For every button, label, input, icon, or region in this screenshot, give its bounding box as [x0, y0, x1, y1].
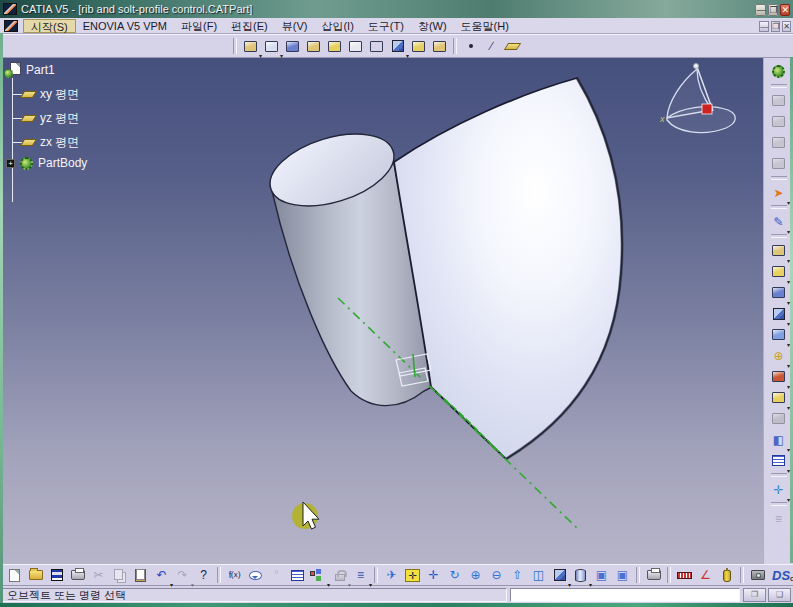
doc-minimize-button[interactable]: — — [759, 21, 769, 32]
design-table-icon[interactable] — [287, 566, 308, 585]
knowledge-icon[interactable]: ° — [266, 566, 287, 585]
pad-icon[interactable]: ▾ — [240, 37, 261, 56]
print-icon[interactable] — [67, 566, 88, 585]
multi-pad-icon[interactable] — [282, 37, 303, 56]
undo-icon[interactable]: ↶▾ — [151, 566, 172, 585]
menu-view[interactable]: 뷰(V) — [275, 19, 315, 33]
point-icon[interactable] — [460, 37, 481, 56]
menu-help[interactable]: 도움말(H) — [454, 19, 516, 33]
loft-icon[interactable]: ▾ — [387, 37, 408, 56]
swept-surface[interactable] — [394, 78, 622, 459]
disabled-tool-icon-4[interactable] — [768, 153, 789, 174]
cut-icon[interactable]: ✂ — [88, 566, 109, 585]
menu-start[interactable]: 시작(S) — [23, 19, 76, 33]
constraint-icon[interactable]: ≡ — [768, 508, 789, 529]
doc-restore-button[interactable]: ❐ — [771, 21, 780, 32]
inertia-icon[interactable] — [716, 566, 737, 585]
mirror-icon[interactable]: ◧▾ — [768, 429, 789, 450]
shaft-icon[interactable] — [303, 37, 324, 56]
doc-close-button[interactable]: ✕ — [782, 21, 791, 32]
tree-item-yz-plane-label[interactable]: yz 평면 — [40, 110, 79, 127]
surface-tool-icon[interactable]: ▾ — [768, 387, 789, 408]
rotate-icon[interactable]: ↻ — [444, 566, 465, 585]
flyout-arrow-icon[interactable]: ▾ — [369, 581, 372, 588]
paste-icon[interactable] — [130, 566, 151, 585]
product-tree-icon[interactable]: ▾ — [308, 566, 329, 585]
sketcher-icon[interactable]: ✎▾ — [768, 211, 789, 232]
multi-view-icon[interactable]: ◫ — [528, 566, 549, 585]
rules-icon[interactable]: ≡▾ — [350, 566, 371, 585]
minimize-button[interactable]: — — [755, 4, 766, 16]
plane-icon[interactable] — [502, 37, 523, 56]
tree-item-xy-plane-label[interactable]: xy 평면 — [40, 86, 79, 103]
groove-tool-icon[interactable]: ▾ — [768, 282, 789, 303]
capture-icon[interactable] — [747, 566, 768, 585]
stiffener-icon[interactable] — [408, 37, 429, 56]
menu-window[interactable]: 창(W) — [411, 19, 454, 33]
view-compass[interactable]: x — [659, 64, 735, 133]
measure-item-icon[interactable]: ∠ — [695, 566, 716, 585]
status-mini-button-1[interactable]: ❐ — [743, 588, 766, 602]
update-icon[interactable] — [768, 61, 789, 82]
normal-view-icon[interactable]: ⇧ — [507, 566, 528, 585]
redo-icon[interactable]: ↷▾ — [172, 566, 193, 585]
tree-item-xy-plane[interactable]: xy 평면 — [22, 86, 79, 103]
slot-icon[interactable] — [366, 37, 387, 56]
disabled-tool-icon-1[interactable] — [768, 90, 789, 111]
new-file-icon[interactable] — [4, 566, 25, 585]
whats-this-icon[interactable]: ? — [193, 566, 214, 585]
shaft-tool-icon[interactable]: ▾ — [768, 261, 789, 282]
loft-tool-icon[interactable]: ▾ — [768, 303, 789, 324]
render-style-icon[interactable]: ▾ — [570, 566, 591, 585]
pocket-icon[interactable]: ▾ — [261, 37, 282, 56]
open-folder-icon[interactable] — [25, 566, 46, 585]
hole-tool-icon[interactable]: ⊕▾ — [768, 345, 789, 366]
tree-expander-icon[interactable]: + — [6, 159, 15, 168]
named-view-icon-2[interactable]: ▣ — [612, 566, 633, 585]
named-view-icon-1[interactable]: ▣ — [591, 566, 612, 585]
measure-between-icon[interactable] — [674, 566, 695, 585]
fit-all-icon[interactable]: ✛ — [402, 566, 423, 585]
tree-item-partbody[interactable]: +PartBody — [6, 156, 87, 170]
line-icon[interactable]: ∕ — [481, 37, 502, 56]
power-input-field[interactable] — [510, 588, 740, 602]
tree-root-label[interactable]: Part1 — [26, 63, 55, 77]
pan-icon[interactable]: ✛ — [423, 566, 444, 585]
mirror-half-icon[interactable] — [768, 408, 789, 429]
status-mini-button-2[interactable]: ❏ — [768, 588, 791, 602]
tree-root-part1[interactable]: Part1 — [4, 62, 55, 78]
iso-view-icon[interactable]: ▾ — [549, 566, 570, 585]
rib-icon[interactable] — [345, 37, 366, 56]
disabled-tool-icon-2[interactable] — [768, 111, 789, 132]
sheet-rotate-icon[interactable] — [643, 566, 664, 585]
disabled-tool-icon-3[interactable] — [768, 132, 789, 153]
menu-file[interactable]: 파일(F) — [174, 19, 224, 33]
pattern-icon[interactable]: ▾ — [768, 450, 789, 471]
menu-edit[interactable]: 편집(E) — [224, 19, 275, 33]
menu-enovia[interactable]: ENOVIA V5 VPM — [76, 19, 174, 33]
tree-item-zx-plane-label[interactable]: zx 평면 — [40, 134, 79, 151]
tree-item-yz-plane[interactable]: yz 평면 — [22, 110, 79, 127]
comment-icon[interactable] — [245, 566, 266, 585]
zoom-out-icon[interactable]: ⊖ — [486, 566, 507, 585]
menu-tools[interactable]: 도구(T) — [361, 19, 411, 33]
close-button[interactable]: ✕ — [780, 4, 790, 16]
maximize-button[interactable]: ❐ — [768, 4, 778, 16]
pad-tool-icon[interactable]: ▾ — [768, 240, 789, 261]
tree-item-zx-plane[interactable]: zx 평면 — [22, 134, 79, 151]
menu-insert[interactable]: 삽입(I) — [314, 19, 360, 33]
copy-icon[interactable] — [109, 566, 130, 585]
scale-icon[interactable]: ✛▾ — [768, 479, 789, 500]
title-bar[interactable]: CATIA V5 - [rib and solt-profile control… — [0, 0, 793, 18]
fly-mode-icon[interactable]: ✈ — [381, 566, 402, 585]
pocket-tool-icon[interactable]: ▾ — [768, 366, 789, 387]
close-surface-icon[interactable] — [429, 37, 450, 56]
formula-icon[interactable]: f⒳ — [224, 566, 245, 585]
groove-icon[interactable] — [324, 37, 345, 56]
save-icon[interactable] — [46, 566, 67, 585]
fillet-tool-icon[interactable]: ▾ — [768, 324, 789, 345]
tree-item-partbody-label[interactable]: PartBody — [38, 156, 87, 170]
lock-icon[interactable]: ▾ — [329, 566, 350, 585]
zoom-in-icon[interactable]: ⊕ — [465, 566, 486, 585]
3d-viewport[interactable]: x Part1 xy 평면yz 평면zx 평면+PartBody — [0, 58, 763, 564]
